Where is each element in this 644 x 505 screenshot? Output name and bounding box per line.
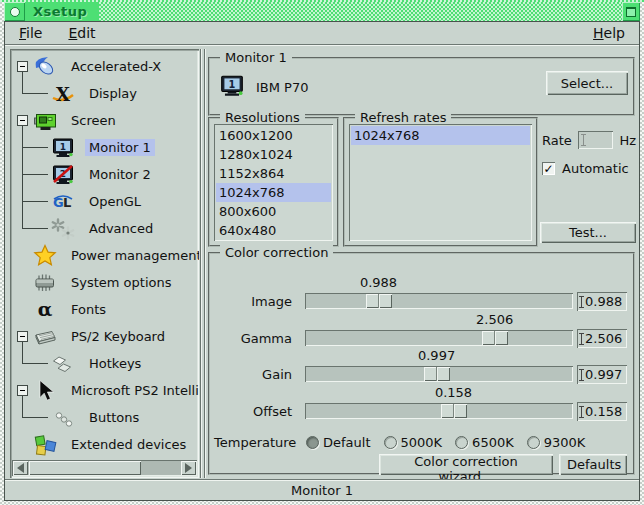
buttons-icon xyxy=(50,406,76,430)
slider-label-offset: Offset xyxy=(214,404,292,419)
slider-value-input-offset[interactable]: 0.158 xyxy=(577,402,627,421)
list-item-1024x768[interactable]: 1024x768 xyxy=(216,183,331,202)
refresh-rates-list[interactable]: 1024x768 xyxy=(349,124,532,241)
menu-help[interactable]: Help xyxy=(587,23,631,43)
tree-horizontal-scrollbar[interactable] xyxy=(12,460,197,476)
text-cursor xyxy=(579,406,584,418)
temperature-label: Temperature xyxy=(214,435,306,450)
tree-item-fonts[interactable]: αFonts xyxy=(12,296,197,323)
tree-item-buttons[interactable]: Buttons xyxy=(12,404,197,431)
radio-button-icon xyxy=(455,436,468,449)
maximize-button[interactable] xyxy=(622,2,640,21)
rate-label: Rate xyxy=(542,133,572,148)
tree-connector xyxy=(22,214,23,228)
text-cursor xyxy=(579,369,584,381)
tree-item-opengl[interactable]: GLOpenGL xyxy=(12,188,197,215)
scroll-right-button[interactable] xyxy=(181,461,196,475)
slider-value-label: 0.997 xyxy=(418,348,455,363)
text-cursor xyxy=(581,134,586,146)
tree-connector xyxy=(22,201,48,202)
tree-item-monitor-2[interactable]: 2Monitor 2 xyxy=(12,161,197,188)
tree: Accelerated-XXDisplayScreen1Monitor 12Mo… xyxy=(12,53,197,458)
slider-row-gain: Gain0.9970.997 xyxy=(214,365,627,385)
tree-connector xyxy=(22,174,48,175)
radio-option-9300k[interactable]: 9300K xyxy=(527,435,586,450)
tree-item-monitor-1[interactable]: 1Monitor 1 xyxy=(12,134,197,161)
rate-controls: Rate Hz ✓ Automatic Test... xyxy=(540,117,636,243)
tree-item-extended-devices[interactable]: Extended devices xyxy=(12,431,197,458)
scrollbar-thumb[interactable] xyxy=(29,461,141,475)
tree-item-ps-2-keyboard[interactable]: PS/2 Keyboard xyxy=(12,323,197,350)
svg-text:L: L xyxy=(63,195,71,210)
tree-item-hotkeys[interactable]: Hotkeys xyxy=(12,350,197,377)
list-item-1152x864[interactable]: 1152x864 xyxy=(216,164,331,183)
menu-file[interactable]: File xyxy=(13,23,48,43)
radio-label: 9300K xyxy=(544,435,586,450)
list-item-1024x768[interactable]: 1024x768 xyxy=(351,126,530,145)
slider-handle-image[interactable] xyxy=(366,294,392,308)
slider-track-offset[interactable]: 0.158 xyxy=(305,403,573,419)
select-monitor-button[interactable]: Select... xyxy=(546,71,628,95)
scroll-right-icon xyxy=(185,463,192,473)
tree-item-advanced[interactable]: Advanced xyxy=(12,215,197,242)
titlebar-drag-area[interactable] xyxy=(99,2,622,21)
collapse-expander-icon[interactable] xyxy=(17,115,28,126)
radio-button-icon xyxy=(384,436,397,449)
mouse-cursor-icon xyxy=(32,379,58,403)
tree-connector xyxy=(22,228,48,229)
temperature-row: Temperature Default5000K6500K9300K xyxy=(214,435,627,450)
radio-option-6500k[interactable]: 6500K xyxy=(455,435,514,450)
slider-value-input-gamma[interactable]: 2.506 xyxy=(577,329,627,348)
radio-label: 6500K xyxy=(472,435,514,450)
list-item-1280x1024[interactable]: 1280x1024 xyxy=(216,145,331,164)
tree-connector xyxy=(22,147,48,148)
scroll-left-button[interactable] xyxy=(13,461,28,475)
svg-text:X: X xyxy=(56,84,70,105)
opengl-icon: GL xyxy=(50,190,76,214)
collapse-expander-icon[interactable] xyxy=(17,61,28,72)
automatic-checkbox[interactable]: ✓ xyxy=(542,162,555,175)
panel-splitter[interactable] xyxy=(200,49,206,478)
resolutions-group-title: Resolutions xyxy=(220,110,305,125)
tree-item-screen[interactable]: Screen xyxy=(12,107,197,134)
slider-value-input-image[interactable]: 0.988 xyxy=(577,292,627,311)
tree-item-power-management[interactable]: Power management xyxy=(12,242,197,269)
extended-devices-icon xyxy=(32,433,58,457)
tree-item-label: PS/2 Keyboard xyxy=(67,328,169,345)
tree-connector xyxy=(22,403,23,417)
color-correction-group: Color correction Image0.9880.988Gamma2.5… xyxy=(208,252,635,475)
defaults-button[interactable]: Defaults xyxy=(559,454,627,475)
automatic-label: Automatic xyxy=(562,161,629,176)
collapse-expander-icon[interactable] xyxy=(17,385,28,396)
tree-item-microsoft-ps2-intellimouse[interactable]: Microsoft PS2 IntelliMouse xyxy=(12,377,197,404)
slider-label-gain: Gain xyxy=(214,367,292,382)
rate-input[interactable] xyxy=(578,131,614,149)
resolutions-list[interactable]: 1600x12001280x10241152x8641024x768800x60… xyxy=(214,124,333,241)
collapse-expander-icon[interactable] xyxy=(17,331,28,342)
slider-handle-gain[interactable] xyxy=(424,367,450,381)
tree-item-system-options[interactable]: System options xyxy=(12,269,197,296)
tree-item-display[interactable]: XDisplay xyxy=(12,80,197,107)
slider-track-gain[interactable]: 0.997 xyxy=(305,366,573,382)
tree-item-label: Monitor 2 xyxy=(85,166,155,183)
list-item-1600x1200[interactable]: 1600x1200 xyxy=(216,126,331,145)
window-menu-button[interactable] xyxy=(4,2,25,21)
menu-edit[interactable]: Edit xyxy=(62,23,101,43)
slider-handle-offset[interactable] xyxy=(441,404,467,418)
radio-option-5000k[interactable]: 5000K xyxy=(384,435,443,450)
radio-option-default[interactable]: Default xyxy=(306,435,371,450)
slider-value-input-gain[interactable]: 0.997 xyxy=(577,365,627,384)
window-menu-icon xyxy=(10,7,20,17)
list-item-640x480[interactable]: 640x480 xyxy=(216,221,331,240)
slider-handle-gamma[interactable] xyxy=(482,331,508,345)
list-item-800x600[interactable]: 800x600 xyxy=(216,202,331,221)
slider-track-gamma[interactable]: 2.506 xyxy=(305,330,573,346)
color-correction-group-title: Color correction xyxy=(220,245,333,260)
color-correction-wizard-button[interactable]: Color correction wizard... xyxy=(379,454,553,475)
svg-text:1: 1 xyxy=(60,141,66,151)
tree-item-accelerated-x[interactable]: Accelerated-X xyxy=(12,53,197,80)
slider-track-image[interactable]: 0.988 xyxy=(305,293,573,309)
tree-item-label: Screen xyxy=(67,112,120,129)
statusbar: Monitor 1 xyxy=(5,479,639,500)
test-button[interactable]: Test... xyxy=(540,222,636,243)
